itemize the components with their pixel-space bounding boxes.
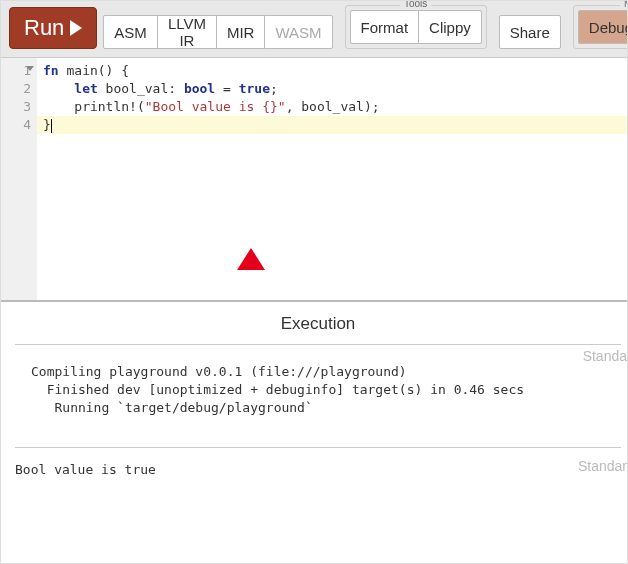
wasm-button[interactable]: WASM — [264, 15, 332, 49]
output-title: Execution — [15, 312, 621, 344]
llvm-ir-button[interactable]: LLVM IR — [157, 15, 217, 49]
code-line: fn main() { — [43, 62, 623, 80]
output-format-group: ASM LLVM IR MIR WASM — [103, 15, 332, 49]
stderr-label: Standa — [583, 348, 627, 364]
gutter-line: 3 — [1, 98, 31, 116]
divider — [15, 344, 621, 345]
gutter-line: 1 — [1, 62, 31, 80]
stdout-label: Standar — [578, 458, 627, 474]
format-button[interactable]: Format — [350, 10, 420, 44]
fold-icon[interactable] — [26, 66, 34, 71]
mode-group: Mo Debug — [573, 5, 628, 49]
code-line: println!("Bool value is {}", bool_val); — [43, 98, 623, 116]
run-button[interactable]: Run — [9, 7, 97, 49]
debug-button[interactable]: Debug — [578, 10, 628, 44]
asm-button[interactable]: ASM — [103, 15, 158, 49]
tools-group-label: Tools — [400, 0, 431, 9]
mir-button[interactable]: MIR — [216, 15, 266, 49]
run-button-label: Run — [24, 15, 64, 41]
tools-group: Tools Format Clippy — [345, 5, 487, 49]
clippy-button[interactable]: Clippy — [418, 10, 482, 44]
code-area[interactable]: fn main() { let bool_val: bool = true; p… — [37, 58, 627, 300]
stderr-block: Compiling playground v0.0.1 (file:///pla… — [31, 363, 621, 417]
mode-group-label: Mo — [620, 0, 628, 9]
gutter-line: 2 — [1, 80, 31, 98]
play-icon — [70, 20, 82, 36]
code-line: let bool_val: bool = true; — [43, 80, 623, 98]
output-panel: Execution Standa Compiling playground v0… — [1, 302, 627, 560]
toolbar: Run ASM LLVM IR MIR WASM Tools Format Cl… — [1, 1, 627, 58]
code-editor[interactable]: 1 2 3 4 fn main() { let bool_val: bool =… — [1, 58, 627, 302]
divider — [15, 447, 621, 448]
share-button[interactable]: Share — [499, 15, 561, 49]
code-line: } — [43, 116, 623, 134]
gutter: 1 2 3 4 — [1, 58, 37, 300]
gutter-line: 4 — [1, 116, 31, 134]
cursor — [51, 119, 52, 133]
stdout-block: Bool value is true — [15, 462, 621, 477]
marker-triangle-icon — [237, 248, 265, 270]
